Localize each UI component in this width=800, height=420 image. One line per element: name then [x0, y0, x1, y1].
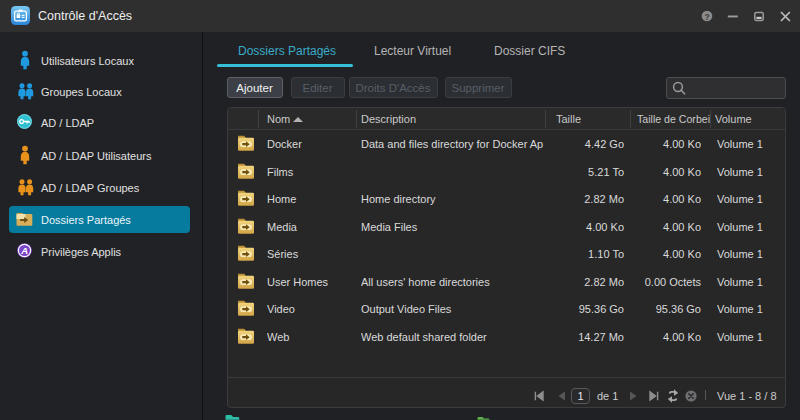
svg-text:?: ?: [704, 12, 709, 22]
svg-text:A: A: [20, 245, 28, 256]
